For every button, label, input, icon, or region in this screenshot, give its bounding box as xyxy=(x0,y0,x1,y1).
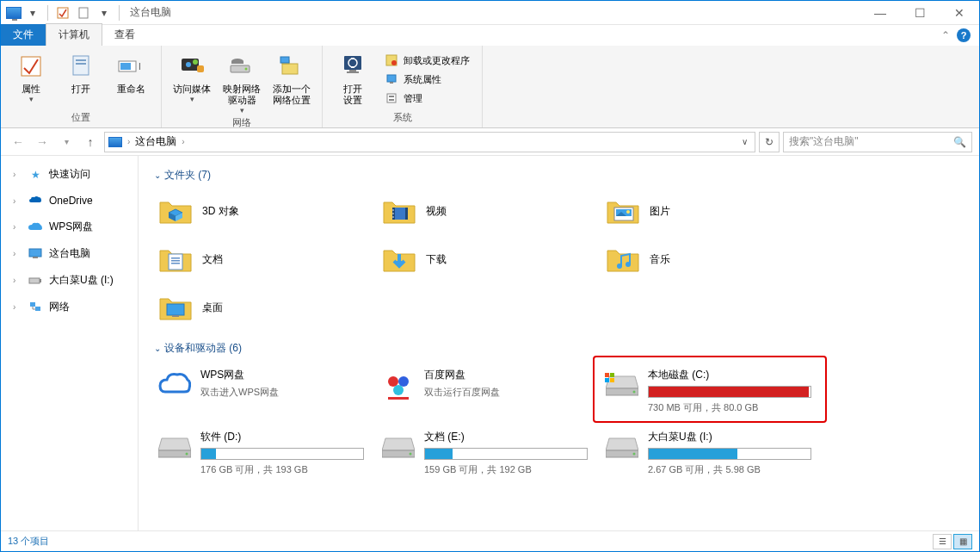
drive-item[interactable]: 本地磁盘 (C:)730 MB 可用，共 80.0 GB xyxy=(601,363,817,419)
access-media-button[interactable]: 访问媒体 ▾ xyxy=(170,49,213,115)
sidebar-item-onedrive[interactable]: › OneDrive xyxy=(8,191,131,210)
folder-item[interactable]: 3D 对象 xyxy=(154,189,369,233)
sidebar-item-this-pc[interactable]: › 这台电脑 xyxy=(8,244,131,264)
pc-icon xyxy=(28,247,42,261)
uninstall-button[interactable]: 卸载或更改程序 xyxy=(381,53,473,68)
uninstall-icon xyxy=(385,53,398,67)
sidebar-item-network[interactable]: › 网络 xyxy=(8,297,131,317)
drive-name: WPS网盘 xyxy=(200,368,366,382)
sidebar-item-wps[interactable]: › WPS网盘 xyxy=(8,217,131,237)
sidebar-item-quick-access[interactable]: › ★ 快速访问 xyxy=(8,164,131,184)
ribbon-collapse-icon[interactable]: ⌃ xyxy=(941,29,950,41)
svg-rect-30 xyxy=(387,94,396,102)
folder-icon xyxy=(381,241,417,277)
search-input[interactable]: 搜索"这台电脑" 🔍 xyxy=(783,132,972,152)
view-tiles-button[interactable]: ▦ xyxy=(953,534,972,549)
svg-rect-34 xyxy=(33,257,38,258)
drive-name: 百度网盘 xyxy=(424,368,589,382)
tab-view[interactable]: 查看 xyxy=(102,24,147,46)
group-label-system: 系统 xyxy=(331,109,473,126)
help-icon[interactable]: ? xyxy=(957,28,971,42)
drive-item[interactable]: 软件 (D:)176 GB 可用，共 193 GB xyxy=(154,425,369,481)
maximize-button[interactable]: ☐ xyxy=(900,1,940,25)
open-button[interactable]: 打开 xyxy=(59,49,102,109)
chevron-right-icon[interactable]: › xyxy=(13,249,22,258)
wps-cloud-icon xyxy=(28,220,42,234)
folder-item[interactable]: 下载 xyxy=(378,238,593,281)
back-button[interactable]: ← xyxy=(8,132,28,152)
drive-item[interactable]: 百度网盘双击运行百度网盘 xyxy=(378,363,593,419)
breadcrumb-root[interactable]: 这台电脑 xyxy=(135,134,176,149)
folder-label: 文档 xyxy=(202,252,223,267)
svg-rect-21 xyxy=(349,70,356,71)
drives-section-header[interactable]: ⌄ 设备和驱动器 (6) xyxy=(154,341,964,356)
svg-rect-16 xyxy=(231,61,243,64)
chevron-right-icon[interactable]: › xyxy=(13,276,22,285)
drive-icon xyxy=(157,430,192,464)
map-drive-button[interactable]: 映射网络 驱动器 ▾ xyxy=(220,49,263,115)
drive-subtext: 159 GB 可用，共 192 GB xyxy=(424,463,589,476)
properties-icon xyxy=(17,53,45,80)
refresh-button[interactable]: ↻ xyxy=(759,132,780,152)
manage-button[interactable]: 管理 xyxy=(381,90,473,106)
svg-point-10 xyxy=(186,62,191,67)
folder-icon xyxy=(605,241,641,277)
system-properties-button[interactable]: 系统属性 xyxy=(381,71,473,87)
sysprops-icon xyxy=(385,72,398,86)
minimize-button[interactable]: — xyxy=(860,1,900,25)
drive-subtext: 双击运行百度网盘 xyxy=(424,386,589,399)
status-bar: 13 个项目 ☰ ▦ xyxy=(1,530,979,551)
sidebar-item-usb[interactable]: › 大白菜U盘 (I:) xyxy=(8,270,131,290)
drive-item[interactable]: 大白菜U盘 (I:)2.67 GB 可用，共 5.98 GB xyxy=(601,425,817,481)
svg-rect-54 xyxy=(171,260,180,262)
drive-usage-bar xyxy=(648,448,811,460)
drive-usage-bar xyxy=(648,386,811,398)
folder-item[interactable]: 视频 xyxy=(378,189,593,233)
folder-icon xyxy=(605,193,641,229)
content-area: ⌄ 文件夹 (7) 3D 对象视频图片文档下载音乐桌面 ⌄ 设备和驱动器 (6)… xyxy=(139,156,979,532)
drive-subtext: 双击进入WPS网盘 xyxy=(200,386,366,399)
qat-dropdown-1[interactable]: ▾ xyxy=(23,3,42,22)
recent-dropdown[interactable]: ▾ xyxy=(56,132,77,152)
add-network-location-button[interactable]: 添加一个 网络位置 xyxy=(270,49,313,115)
folder-item[interactable]: 桌面 xyxy=(154,286,369,329)
forward-button[interactable]: → xyxy=(32,132,52,152)
properties-button[interactable]: 属性 ▾ xyxy=(9,49,52,109)
folders-section-header[interactable]: ⌄ 文件夹 (7) xyxy=(154,168,964,183)
view-details-button[interactable]: ☰ xyxy=(933,534,952,549)
network-icon xyxy=(28,301,42,314)
close-button[interactable]: ✕ xyxy=(940,1,979,25)
svg-rect-67 xyxy=(605,378,609,382)
qat-properties-icon[interactable] xyxy=(53,3,72,22)
rename-button[interactable]: I 重命名 xyxy=(109,49,152,109)
titlebar: ▾ ▾ 这台电脑 — ☐ ✕ xyxy=(1,1,979,25)
tab-computer[interactable]: 计算机 xyxy=(46,23,102,46)
app-icon[interactable] xyxy=(6,7,22,19)
chevron-right-icon[interactable]: › xyxy=(13,196,22,206)
svg-rect-44 xyxy=(405,208,408,220)
folder-item[interactable]: 图片 xyxy=(601,189,817,233)
open-settings-button[interactable]: 打开 设置 xyxy=(331,49,374,109)
tab-file[interactable]: 文件 xyxy=(1,24,46,46)
address-bar[interactable]: › 这台电脑 › ∨ xyxy=(104,132,755,152)
chevron-right-icon[interactable]: › xyxy=(13,302,22,312)
drive-item[interactable]: 文档 (E:)159 GB 可用，共 192 GB xyxy=(378,425,593,481)
drive-item[interactable]: WPS网盘双击进入WPS网盘 xyxy=(154,363,369,419)
qat-file-icon[interactable] xyxy=(74,3,93,22)
drive-name: 文档 (E:) xyxy=(424,430,589,444)
folder-item[interactable]: 音乐 xyxy=(601,238,817,281)
usb-drive-icon xyxy=(28,274,42,288)
folder-item[interactable]: 文档 xyxy=(154,238,369,281)
up-button[interactable]: ↑ xyxy=(80,132,101,152)
address-dropdown[interactable]: ∨ xyxy=(738,137,751,146)
svg-rect-53 xyxy=(171,257,180,259)
svg-point-14 xyxy=(245,68,248,71)
svg-rect-1 xyxy=(79,8,88,18)
svg-rect-59 xyxy=(167,304,184,315)
qat-dropdown-2[interactable]: ▾ xyxy=(95,3,114,22)
drive-name: 本地磁盘 (C:) xyxy=(648,368,813,382)
ribbon-tabs: 文件 计算机 查看 ⌃ ? xyxy=(1,25,979,46)
chevron-right-icon[interactable]: › xyxy=(13,170,22,179)
chevron-right-icon[interactable]: › xyxy=(13,222,22,232)
svg-rect-24 xyxy=(351,58,354,59)
